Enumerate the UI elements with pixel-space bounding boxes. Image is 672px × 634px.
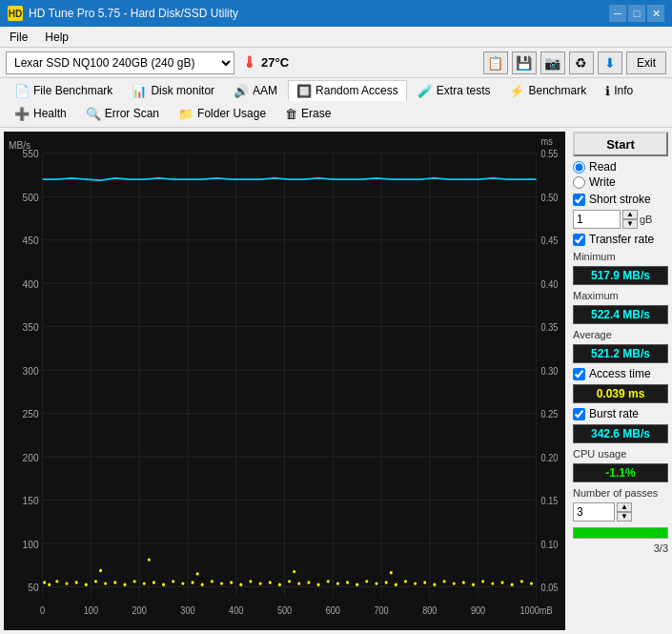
camera-icon-btn[interactable]: 📷 — [540, 51, 565, 74]
tab-aam[interactable]: 🔊 AAM — [225, 80, 286, 101]
svg-point-86 — [307, 581, 310, 583]
tab-erase[interactable]: 🗑 Erase — [276, 103, 339, 124]
short-stroke-checkbox[interactable] — [573, 194, 585, 206]
temperature-value: 27°C — [261, 55, 289, 70]
read-radio[interactable] — [573, 161, 585, 174]
svg-text:400: 400 — [23, 277, 39, 290]
read-radio-label[interactable]: Read — [573, 160, 668, 174]
short-stroke-spinner-row: 1 ▲ ▼ gB — [573, 210, 668, 229]
svg-text:450: 450 — [23, 235, 39, 247]
svg-point-59 — [48, 583, 51, 586]
svg-point-89 — [336, 582, 339, 584]
cpu-usage-value: -1.1% — [573, 463, 668, 482]
write-radio-label[interactable]: Write — [573, 175, 668, 189]
svg-point-76 — [211, 580, 214, 583]
erase-icon: 🗑 — [285, 107, 297, 121]
svg-point-67 — [123, 583, 126, 586]
right-panel: Start Read Write Short stroke 1 ▲ ▼ gB — [569, 128, 672, 634]
svg-point-64 — [94, 580, 97, 583]
tab-file-benchmark[interactable]: 📄 File Benchmark — [6, 80, 121, 101]
download-icon-btn[interactable]: ⬇ — [598, 51, 622, 74]
transfer-rate-label: Transfer rate — [589, 233, 654, 246]
short-stroke-checkbox-label[interactable]: Short stroke — [573, 193, 668, 206]
file-benchmark-icon: 📄 — [14, 84, 30, 98]
tabs-row: 📄 File Benchmark 📊 Disk monitor 🔊 AAM 🔲 … — [0, 78, 672, 128]
number-of-passes-label: Number of passes — [573, 487, 668, 499]
passes-progress-bar — [573, 527, 668, 539]
tab-error-scan[interactable]: 🔍 Error Scan — [77, 103, 168, 124]
average-value: 521.2 MB/s — [573, 344, 668, 363]
burst-rate-checkbox-label[interactable]: Burst rate — [573, 407, 668, 420]
menu-bar: File Help — [0, 27, 672, 48]
svg-point-82 — [269, 581, 272, 583]
main-content: 550 500 450 400 350 300 250 200 150 100 … — [0, 128, 672, 634]
svg-point-77 — [220, 582, 223, 584]
passes-up-button[interactable]: ▲ — [617, 502, 632, 512]
tab-benchmark[interactable]: ⚡ Benchmark — [500, 80, 595, 101]
svg-point-79 — [239, 583, 242, 586]
exit-button[interactable]: Exit — [626, 51, 666, 74]
tab-health[interactable]: ➕ Health — [6, 103, 75, 124]
refresh-icon-btn[interactable]: ♻ — [569, 51, 594, 74]
svg-point-93 — [375, 582, 377, 584]
device-select[interactable]: Lexar SSD NQ100 240GB (240 gB) — [6, 51, 234, 74]
access-time-value: 0.039 ms — [573, 384, 668, 403]
tab-folder-usage[interactable]: 📁 Folder Usage — [170, 103, 275, 124]
menu-file[interactable]: File — [6, 29, 31, 46]
random-access-icon: 🔲 — [296, 84, 312, 98]
access-time-checkbox-label[interactable]: Access time — [573, 367, 668, 380]
svg-point-62 — [75, 581, 78, 583]
svg-text:700: 700 — [374, 604, 389, 616]
svg-text:0.30: 0.30 — [541, 365, 559, 377]
copy-icon-btn[interactable]: 📋 — [483, 51, 508, 74]
tab-disk-monitor[interactable]: 📊 Disk monitor — [123, 80, 223, 101]
title-bar: HD HD Tune Pro 5.75 - Hard Disk/SSD Util… — [0, 0, 672, 27]
minimize-button[interactable]: ─ — [609, 5, 626, 22]
thermometer-icon: 🌡 — [242, 54, 257, 72]
tab-extra-tests[interactable]: 🧪 Extra tests — [409, 80, 499, 101]
svg-point-84 — [288, 580, 291, 583]
tab-info[interactable]: ℹ Info — [597, 80, 641, 101]
svg-point-97 — [414, 582, 417, 584]
svg-text:0.10: 0.10 — [541, 539, 559, 550]
passes-spinner-buttons: ▲ ▼ — [617, 502, 632, 522]
tab-random-access-label: Random Access — [316, 84, 398, 97]
svg-point-96 — [404, 580, 407, 583]
tab-aam-label: AAM — [253, 84, 277, 97]
tab-random-access[interactable]: 🔲 Random Access — [288, 80, 407, 101]
short-stroke-input[interactable]: 1 — [573, 210, 621, 229]
svg-point-73 — [181, 582, 184, 584]
folder-usage-icon: 📁 — [178, 107, 193, 121]
tab-info-label: Info — [614, 84, 633, 97]
tab-folder-usage-label: Folder Usage — [197, 107, 266, 120]
svg-text:MB/s: MB/s — [9, 139, 31, 152]
short-stroke-up-button[interactable]: ▲ — [622, 210, 638, 219]
transfer-rate-checkbox[interactable] — [573, 234, 585, 246]
health-icon: ➕ — [14, 107, 30, 121]
svg-text:250: 250 — [23, 408, 39, 420]
svg-text:500: 500 — [277, 604, 293, 616]
svg-text:0.40: 0.40 — [541, 278, 559, 290]
svg-point-106 — [500, 581, 503, 583]
save-icon-btn[interactable]: 💾 — [512, 51, 537, 74]
svg-point-112 — [293, 570, 295, 573]
passes-down-button[interactable]: ▼ — [617, 512, 632, 522]
transfer-rate-checkbox-label[interactable]: Transfer rate — [573, 233, 668, 246]
svg-point-66 — [113, 581, 116, 583]
menu-help[interactable]: Help — [41, 29, 72, 46]
start-button[interactable]: Start — [573, 132, 668, 156]
write-radio[interactable] — [573, 176, 585, 189]
close-button[interactable]: ✕ — [647, 5, 664, 22]
svg-text:0.15: 0.15 — [541, 496, 559, 507]
short-stroke-spinner-buttons: ▲ ▼ — [622, 210, 638, 229]
svg-text:100: 100 — [84, 604, 99, 616]
access-time-checkbox[interactable] — [573, 368, 585, 380]
svg-text:0.45: 0.45 — [541, 235, 559, 247]
burst-rate-value: 342.6 MB/s — [573, 424, 668, 443]
maximize-button[interactable]: □ — [628, 5, 645, 22]
passes-input[interactable] — [573, 502, 615, 522]
short-stroke-down-button[interactable]: ▼ — [622, 219, 638, 229]
minimum-value: 517.9 MB/s — [573, 266, 668, 285]
tab-disk-monitor-label: Disk monitor — [151, 84, 214, 97]
burst-rate-checkbox[interactable] — [573, 408, 585, 420]
